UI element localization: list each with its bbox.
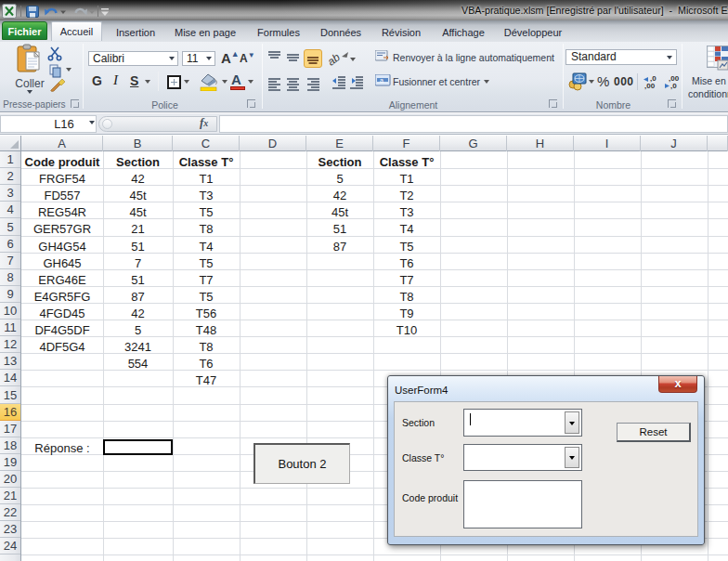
svg-text:,00: ,00 xyxy=(644,82,656,90)
svg-text:ab: ab xyxy=(329,50,343,67)
svg-text:a: a xyxy=(380,77,384,84)
svg-text:,0: ,0 xyxy=(670,82,677,90)
